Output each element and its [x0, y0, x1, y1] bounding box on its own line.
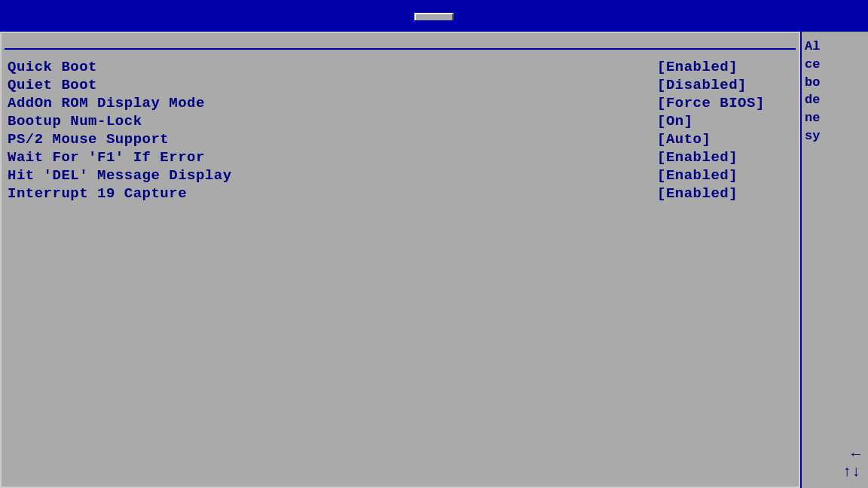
divider: [5, 48, 796, 50]
right-text-line: sy: [805, 127, 865, 145]
title-bar: [0, 0, 868, 32]
section-title: [2, 33, 799, 48]
table-row[interactable]: Wait For 'F1' If Error[Enabled]: [8, 149, 793, 166]
right-panel: Alcebodenesy ←↑↓: [800, 32, 868, 488]
setting-value: [Enabled]: [657, 149, 793, 166]
setting-value: [Enabled]: [657, 185, 793, 202]
right-text-line: de: [805, 91, 865, 109]
settings-table: Quick Boot[Enabled]Quiet Boot[Disabled]A…: [2, 56, 799, 486]
left-arrow-icon: ←: [842, 446, 860, 463]
setting-name: Wait For 'F1' If Error: [8, 149, 205, 166]
setting-value: [Enabled]: [657, 59, 793, 75]
bios-screen: Quick Boot[Enabled]Quiet Boot[Disabled]A…: [0, 0, 868, 488]
table-row[interactable]: PS/2 Mouse Support[Auto]: [8, 131, 793, 148]
right-text-line: ce: [805, 56, 865, 74]
table-row[interactable]: AddOn ROM Display Mode[Force BIOS]: [8, 95, 793, 111]
right-text-line: Al: [805, 38, 865, 56]
setting-value: [Auto]: [657, 131, 793, 148]
left-panel: Quick Boot[Enabled]Quiet Boot[Disabled]A…: [0, 32, 800, 488]
right-panel-text: Alcebodenesy: [805, 38, 865, 145]
table-row[interactable]: Quiet Boot[Disabled]: [8, 77, 793, 93]
table-row[interactable]: Interrupt 19 Capture[Enabled]: [8, 185, 793, 202]
setting-name: Interrupt 19 Capture: [8, 185, 187, 202]
setting-value: [Disabled]: [657, 77, 793, 93]
setting-name: PS/2 Mouse Support: [8, 131, 169, 148]
table-row[interactable]: Hit 'DEL' Message Display[Enabled]: [8, 167, 793, 184]
setting-name: Bootup Num-Lock: [8, 113, 142, 130]
navigation-arrows: ←↑↓: [842, 446, 860, 480]
table-row[interactable]: Bootup Num-Lock[On]: [8, 113, 793, 130]
setting-value: [Force BIOS]: [657, 95, 793, 111]
boot-tab[interactable]: [414, 13, 454, 20]
updown-arrow-icon: ↑↓: [842, 463, 860, 480]
setting-name: Quick Boot: [8, 59, 97, 75]
setting-value: [On]: [657, 113, 793, 130]
table-row[interactable]: Quick Boot[Enabled]: [8, 59, 793, 75]
setting-name: AddOn ROM Display Mode: [8, 95, 205, 111]
setting-name: Quiet Boot: [8, 77, 97, 93]
right-text-line: ne: [805, 109, 865, 127]
right-text-line: bo: [805, 74, 865, 92]
setting-name: Hit 'DEL' Message Display: [8, 167, 232, 184]
main-area: Quick Boot[Enabled]Quiet Boot[Disabled]A…: [0, 32, 868, 488]
setting-value: [Enabled]: [657, 167, 793, 184]
